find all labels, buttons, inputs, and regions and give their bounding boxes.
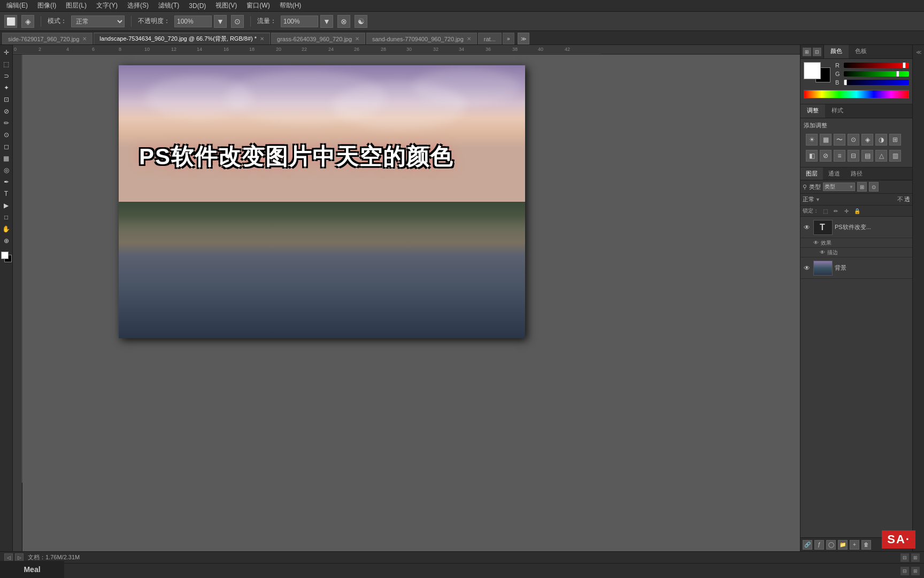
add-style-btn[interactable]: ƒ	[814, 540, 824, 550]
tool-gradient[interactable]: ▦	[1, 153, 12, 164]
opacity-input[interactable]	[174, 16, 212, 27]
tab-4[interactable]: rat...	[478, 33, 502, 44]
tool-pen[interactable]: ✒	[1, 177, 12, 187]
adj-invert[interactable]: ⊟	[848, 150, 859, 162]
menu-text[interactable]: 文字(Y)	[92, 0, 122, 11]
tab-close-0[interactable]: ✕	[82, 36, 87, 42]
adj-photo-filter[interactable]: ⊘	[820, 150, 831, 162]
layer-eye-text[interactable]: 👁	[803, 224, 811, 231]
lock-transparent-icon[interactable]: ⬚	[821, 207, 829, 215]
tool-brush[interactable]: ✏	[1, 118, 12, 128]
add-mask-btn[interactable]: ◯	[826, 540, 836, 550]
lock-position-icon[interactable]: ✛	[842, 207, 851, 215]
tool-path-select[interactable]: ▶	[1, 200, 12, 211]
collapse-icon-1[interactable]: ≪	[914, 47, 923, 57]
channels-tab[interactable]: 通道	[823, 168, 845, 180]
tool-dodge[interactable]: ◎	[1, 165, 12, 176]
timeline-btn-1[interactable]: ⊟	[900, 567, 909, 575]
layer-filter-btn-2[interactable]: ⊙	[869, 182, 879, 192]
g-slider[interactable]	[844, 71, 909, 77]
stroke-eye[interactable]: 👁	[820, 249, 825, 255]
adj-posterize[interactable]: ▤	[861, 150, 873, 162]
menu-window[interactable]: 窗口(W)	[242, 0, 274, 11]
panel-icon-2[interactable]: ⊡	[813, 48, 821, 56]
link-layers-btn[interactable]: 🔗	[803, 540, 812, 550]
status-btn-1[interactable]: ⊟	[900, 553, 909, 562]
lock-paint-icon[interactable]: ✏	[831, 207, 840, 215]
adj-color-balance[interactable]: ⊞	[889, 134, 901, 146]
tab-overflow[interactable]: »	[503, 33, 514, 44]
effect-eye[interactable]: 👁	[813, 240, 819, 246]
menu-filter[interactable]: 滤镜(T)	[154, 0, 183, 11]
tab-close-1[interactable]: ✕	[260, 36, 264, 42]
adj-exposure[interactable]: ⊙	[848, 134, 859, 146]
tool-crop[interactable]: ⊡	[1, 94, 12, 105]
status-btn-2[interactable]: ⊞	[911, 553, 920, 562]
r-slider[interactable]	[844, 63, 909, 68]
filter-type-select[interactable]: 类型 ▼	[823, 182, 855, 191]
menu-edit[interactable]: 编辑(E)	[2, 0, 32, 11]
menu-select[interactable]: 选择(S)	[123, 0, 153, 11]
adj-bw[interactable]: ◧	[806, 150, 818, 162]
tool-zoom[interactable]: ⊕	[1, 235, 12, 246]
menu-3d[interactable]: 3D(D)	[184, 1, 210, 11]
foreground-swatch[interactable]	[804, 62, 821, 79]
tab-3[interactable]: sand-dunes-7709400_960_720.jpg ✕	[366, 33, 477, 44]
layers-tab[interactable]: 图层	[800, 168, 823, 180]
new-group-btn[interactable]: 📁	[838, 540, 848, 550]
tool-shape[interactable]: □	[1, 212, 12, 223]
panel-icon-1[interactable]: ⊞	[803, 48, 811, 56]
menu-view[interactable]: 视图(V)	[211, 0, 241, 11]
tool-icon-1[interactable]: ⬜	[4, 15, 17, 28]
adj-tab[interactable]: 调整	[800, 104, 825, 118]
menu-image[interactable]: 图像(I)	[33, 0, 60, 11]
mode-select[interactable]: 正常	[71, 16, 125, 27]
tab-close-2[interactable]: ✕	[355, 36, 359, 42]
adj-hue-sat[interactable]: ◑	[875, 134, 887, 146]
new-layer-btn[interactable]: +	[850, 540, 859, 550]
adj-brightness[interactable]: ☀	[806, 134, 818, 146]
tab-close-3[interactable]: ✕	[467, 36, 471, 42]
tool-move[interactable]: ✛	[1, 47, 12, 58]
tool-hand[interactable]: ✋	[1, 224, 12, 234]
paths-tab[interactable]: 路径	[845, 168, 868, 180]
color-tab[interactable]: 颜色	[824, 45, 849, 58]
tool-text[interactable]: T	[1, 188, 12, 199]
lock-all-icon[interactable]: 🔒	[853, 207, 861, 215]
tool-clone[interactable]: ⊙	[1, 130, 12, 140]
color-spectrum-bar[interactable]	[804, 90, 909, 98]
layer-background[interactable]: 👁 背景	[800, 257, 912, 279]
tab-1[interactable]: landscape-7534634_960_720.jpg @ 66.7%(背景…	[94, 33, 270, 44]
canvas-content[interactable]: PS软件改变图片中天空的颜色	[22, 55, 800, 551]
menu-layer[interactable]: 图层(L)	[61, 0, 91, 11]
adj-gradient-map[interactable]: ▥	[889, 150, 901, 162]
swatch-tab[interactable]: 色板	[849, 45, 873, 58]
adj-channel-mix[interactable]: ≡	[834, 150, 845, 162]
flow-input[interactable]	[281, 16, 318, 27]
layer-filter-btn-1[interactable]: ⊞	[857, 182, 867, 192]
menu-help[interactable]: 帮助(H)	[275, 0, 306, 11]
airbrush-icon[interactable]: ⊗	[337, 15, 350, 28]
layer-eye-bg[interactable]: 👁	[803, 264, 811, 272]
adj-curves[interactable]: 〜	[834, 134, 845, 146]
style-tab[interactable]: 样式	[825, 104, 850, 118]
opacity-dropdown[interactable]: ▼	[214, 15, 227, 28]
tool-lasso[interactable]: ⊃	[1, 71, 12, 81]
tab-0[interactable]: side-7629017_960_720.jpg ✕	[2, 33, 93, 44]
tool-magic-wand[interactable]: ✦	[1, 82, 12, 93]
adj-levels[interactable]: ▦	[820, 134, 831, 146]
foreground-color[interactable]	[1, 252, 12, 262]
brush-preset-icon[interactable]: ⊙	[231, 15, 244, 28]
layer-text[interactable]: 👁 T PS软件改变...	[800, 217, 912, 238]
tool-eraser[interactable]: ◻	[1, 141, 12, 152]
adj-vibrance[interactable]: ◈	[861, 134, 873, 146]
tool-select-rect[interactable]: ⬚	[1, 59, 12, 70]
tool-icon-2[interactable]: ◈	[21, 15, 34, 28]
timeline-btn-2[interactable]: ⊞	[911, 567, 920, 575]
tab-2[interactable]: grass-6264039_960_720.jpg ✕	[271, 33, 365, 44]
b-slider[interactable]	[844, 80, 909, 85]
smoothing-icon[interactable]: ☯	[355, 15, 367, 28]
tool-eyedropper[interactable]: ⊘	[1, 106, 12, 117]
adj-threshold[interactable]: △	[875, 150, 887, 162]
flow-dropdown[interactable]: ▼	[320, 15, 333, 28]
